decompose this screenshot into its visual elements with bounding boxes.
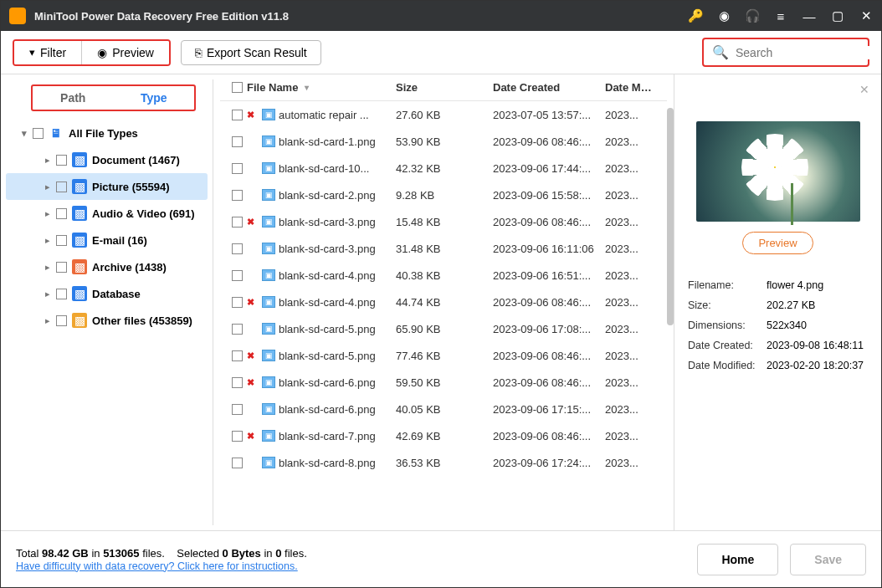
chevron-down-icon[interactable] [21,130,28,136]
minimize-icon[interactable]: — [803,9,816,23]
file-row[interactable]: ✖▣blank-sd-card-5.png77.46 KB2023-09-06 … [220,342,667,369]
file-row[interactable]: ▣blank-sd-card-4.png40.38 KB2023-09-06 1… [220,262,667,289]
app-title: MiniTool Power Data Recovery Free Editio… [34,10,689,23]
file-row[interactable]: ▣blank-sd-card-8.png36.53 KB2023-09-06 1… [220,449,667,476]
chevron-right-icon[interactable] [44,290,51,297]
chevron-right-icon[interactable] [44,183,51,190]
preview-label: Preview [112,46,154,59]
cell-filename: ▣blank-sd-card-4.png [247,269,396,282]
meta-created: 2023-09-08 16:48:11 [767,336,868,355]
row-checkbox[interactable] [227,377,247,388]
scrollbar[interactable] [667,108,674,325]
tree-item[interactable]: ▩Other files (453859) [1,307,213,334]
tree-checkbox[interactable] [56,155,67,166]
tree-checkbox[interactable] [56,289,67,299]
file-row[interactable]: ✖▣automatic repair ...27.60 KB2023-07-05… [220,101,667,128]
disc-icon[interactable]: ◉ [717,9,731,23]
tree-item[interactable]: ▩Audio & Video (691) [1,200,213,227]
col-created[interactable]: Date Created [493,81,605,94]
row-checkbox[interactable] [227,431,247,442]
cell-filename: ✖▣blank-sd-card-4.png [247,296,396,309]
home-button[interactable]: Home [697,544,778,575]
cell-modified: 2023... [605,323,655,335]
file-row[interactable]: ▣blank-sd-card-10...42.32 KB2023-09-06 1… [220,155,667,182]
tab-path[interactable]: Path [33,86,114,110]
maximize-icon[interactable]: ▢ [831,9,844,23]
main-area: Path Type 🖥 All File Types ▩Document (14… [1,74,881,530]
file-row[interactable]: ✖▣blank-sd-card-3.png15.48 KB2023-09-06 … [220,208,667,235]
row-checkbox[interactable] [227,110,247,120]
row-checkbox[interactable] [227,404,247,415]
image-file-icon: ▣ [262,376,275,388]
menu-icon[interactable]: ≡ [774,9,787,23]
tree-checkbox[interactable] [56,315,67,326]
tree-checkbox[interactable] [56,235,67,246]
search-input[interactable] [736,46,882,59]
cell-created: 2023-09-06 17:44:... [493,162,605,175]
cell-filename: ✖▣blank-sd-card-7.png [247,430,396,442]
headphone-icon[interactable]: 🎧 [746,9,759,23]
row-checkbox[interactable] [227,458,247,468]
chevron-right-icon[interactable] [44,210,51,217]
chevron-right-icon[interactable] [44,317,51,324]
image-file-icon: ▣ [262,350,275,361]
tree-checkbox[interactable] [56,182,67,192]
cell-modified: 2023... [605,135,655,148]
tree-item[interactable]: ▩Document (1467) [1,146,213,173]
tree-root[interactable]: 🖥 All File Types [1,120,213,146]
cell-size: 44.74 KB [396,296,493,309]
tree-checkbox[interactable] [33,128,44,139]
meta-filename-label: Filename: [688,276,765,294]
file-row[interactable]: ▣blank-sd-card-1.png53.90 KB2023-09-06 0… [220,128,667,155]
row-checkbox[interactable] [227,350,247,361]
tree-checkbox[interactable] [56,208,67,219]
deleted-icon: ✖ [247,297,259,308]
help-link[interactable]: Have difficulty with data recovery? Clic… [16,560,298,572]
tree-checkbox[interactable] [56,262,67,273]
row-checkbox[interactable] [227,270,247,281]
image-file-icon: ▣ [262,296,275,308]
tree-item[interactable]: ▩Archive (1438) [1,253,213,280]
tree-item[interactable]: ▩Picture (55594) [6,173,208,200]
file-row[interactable]: ▣blank-sd-card-6.png40.05 KB2023-09-06 1… [220,396,667,422]
row-checkbox[interactable] [227,297,247,308]
tree-item[interactable]: ▩Database [1,280,213,307]
col-filename[interactable]: File Name▾ [247,81,396,94]
col-size[interactable]: Size [396,81,493,94]
row-checkbox[interactable] [227,217,247,228]
key-icon[interactable]: 🔑 [689,9,702,23]
col-modified[interactable]: Date Modif [605,81,655,94]
cell-created: 2023-09-06 17:08:... [493,323,605,335]
search-box[interactable]: 🔍 [702,38,869,67]
preview-button[interactable]: ◉ Preview [82,41,169,64]
cell-filename: ✖▣blank-sd-card-5.png [247,350,396,362]
chevron-right-icon[interactable] [44,237,51,243]
file-row[interactable]: ▣blank-sd-card-5.png65.90 KB2023-09-06 1… [220,315,667,342]
row-checkbox[interactable] [227,163,247,174]
preview-open-button[interactable]: Preview [742,232,813,254]
cell-filename: ▣blank-sd-card-8.png [247,457,396,469]
header-checkbox[interactable] [227,82,247,93]
blank-icon [247,190,259,201]
file-row[interactable]: ▣blank-sd-card-2.png9.28 KB2023-09-06 15… [220,182,667,208]
chevron-right-icon[interactable] [44,156,51,163]
row-checkbox[interactable] [227,243,247,254]
file-row[interactable]: ▣blank-sd-card-3.png31.48 KB2023-09-06 1… [220,235,667,262]
file-row[interactable]: ✖▣blank-sd-card-7.png42.69 KB2023-09-06 … [220,422,667,449]
row-checkbox[interactable] [227,190,247,201]
close-icon[interactable]: ✕ [859,9,873,23]
row-checkbox[interactable] [227,324,247,335]
image-file-icon: ▣ [262,457,275,468]
save-button[interactable]: Save [790,544,866,575]
filter-button[interactable]: ▾ Filter [14,41,82,64]
export-scan-button[interactable]: ⎘ Export Scan Result [181,40,321,65]
close-preview-icon[interactable]: ✕ [686,74,869,96]
row-checkbox[interactable] [227,136,247,147]
file-row[interactable]: ✖▣blank-sd-card-6.png59.50 KB2023-09-06 … [220,369,667,396]
tree-item[interactable]: ▩E-mail (16) [1,227,213,253]
tree-item-label: E-mail (16) [92,234,147,247]
toolbar: ▾ Filter ◉ Preview ⎘ Export Scan Result … [1,31,881,74]
chevron-right-icon[interactable] [44,263,51,270]
file-row[interactable]: ✖▣blank-sd-card-4.png44.74 KB2023-09-06 … [220,289,667,315]
tab-type[interactable]: Type [114,86,195,110]
